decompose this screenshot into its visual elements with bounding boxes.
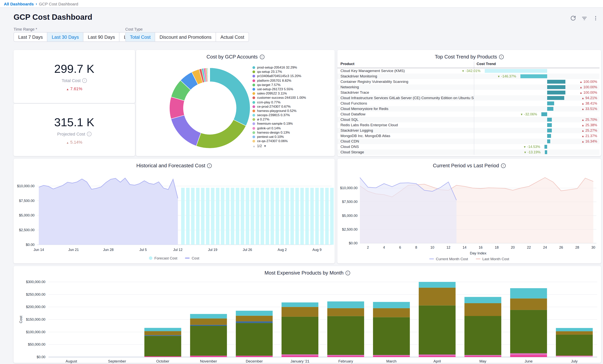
dashboard-viewport: All Dashboards › GCP Cost Dashboard GCP …	[0, 0, 603, 364]
forecast-bar	[206, 188, 209, 245]
total-cost-delta: ▲ 7.61%	[66, 86, 82, 91]
forecast-bar	[285, 188, 289, 245]
legend-item[interactable]: ce-qa-274307 0.06%	[253, 139, 332, 143]
y-axis-tick: $0.00	[26, 243, 35, 247]
trend-percent: 100.00%	[582, 85, 597, 89]
x-axis-tick: June	[525, 359, 533, 363]
product-cell: Networking	[337, 84, 474, 90]
legend-item[interactable]: qa-setup 23.17%	[253, 70, 332, 74]
y-axis-tick: $10,000.00	[17, 184, 35, 188]
x-axis-tick: Jun 28	[103, 248, 114, 252]
stacked-bar-segment-olive	[281, 317, 318, 354]
trend-bar	[485, 69, 547, 73]
legend-item[interactable]: golink-url 0.14%	[253, 126, 332, 130]
stacked-bar-segment-hot-pink	[190, 356, 227, 357]
filter-button[interactable]	[580, 14, 589, 22]
legend-prev-page-icon[interactable]: ▲	[253, 144, 255, 148]
legend-item-label: golink-url 0.14%	[257, 126, 281, 130]
legend-dot-icon	[253, 79, 255, 82]
product-cell: Cloud Key Management Service (KMS)	[337, 68, 474, 74]
legend-next-page-icon[interactable]: ▼	[264, 144, 267, 148]
legend-item[interactable]: pr10406a87045145c3 15.20%	[253, 74, 332, 78]
legend-item[interactable]: prod-setup-205416 32.29%	[253, 66, 332, 69]
table-row: Networking▲ 100.00%	[337, 84, 600, 90]
forecast-bar	[295, 188, 299, 245]
legend-item[interactable]: freemium-sample 0.19%	[253, 122, 332, 126]
table-row: Cloud Storage▼ -13.19%	[337, 149, 600, 155]
trend-label: ▼ -13.19%	[524, 149, 541, 155]
legend-item[interactable]: ce-prod-274307 0.67%	[253, 104, 332, 108]
cost-type-option-actual-cost[interactable]: Actual Cost	[216, 33, 249, 41]
time-range-option-last-30-days[interactable]: Last 30 Days	[47, 33, 83, 41]
trend-bar	[547, 107, 553, 111]
legend-item-label: ccm-play 0.77%	[257, 100, 280, 104]
info-icon[interactable]	[499, 55, 504, 59]
stacked-bar-segment-hot-pink	[144, 356, 181, 357]
info-icon[interactable]	[87, 132, 91, 136]
legend-item-label: ø 0.27%	[257, 118, 269, 121]
cost-trend-cell: ▲ 25.70%	[474, 117, 600, 122]
x-axis-tick: Jul 5	[139, 248, 147, 252]
forecast-bar	[320, 188, 324, 245]
stacked-bar-segment-light-pink	[556, 356, 593, 357]
stacked-bar-segment-hot-pink	[556, 356, 593, 356]
cost-type-option-total-cost[interactable]: Total Cost	[126, 33, 155, 41]
trend-label: ▼ -146.37%	[497, 74, 516, 79]
time-range-option-last-90-days[interactable]: Last 90 Days	[83, 33, 119, 41]
legend-item[interactable]: pentest-uat 0.10%	[253, 135, 332, 139]
projected-cost-label-text: Projected Cost	[57, 132, 85, 136]
stacked-bar-segment-orchid	[281, 354, 318, 355]
x-axis-tick: 16	[479, 245, 483, 249]
cost-type-option-discount-and-promotions[interactable]: Discount and Promotions	[155, 33, 216, 41]
arrow-down-icon: ▼	[524, 151, 527, 154]
legend-item[interactable]: Cost	[185, 256, 199, 260]
legend-item[interactable]: uat-setup-261723 5.55%	[253, 87, 332, 91]
legend-item[interactable]: sales-209522 3.11%	[253, 91, 332, 95]
trend-percent: 33.51%	[584, 107, 597, 111]
refresh-button[interactable]	[569, 14, 577, 22]
forecast-bar	[196, 188, 199, 245]
legend-item[interactable]: Current Month Cost	[429, 257, 468, 261]
legend-item[interactable]: ø 0.27%	[253, 118, 332, 121]
forecast-bar	[330, 188, 334, 245]
column-header-cost-trend[interactable]: Cost Trend	[474, 62, 600, 68]
stacked-bar-segment-cyan	[190, 314, 227, 319]
product-cell: MongoDB Inc. MongoDB Atlas	[337, 133, 474, 139]
more-options-button[interactable]	[591, 14, 600, 22]
period-chart-canvas: $0.00$2,500.00$5,000.00$7,500.00$10,000.…	[337, 159, 601, 263]
trend-table-header: Product Cost Trend	[337, 62, 600, 68]
x-axis-tick: 14	[463, 245, 466, 249]
breadcrumb-all-dashboards[interactable]: All Dashboards	[4, 1, 34, 6]
trend-bar	[520, 74, 547, 78]
legend-dot-icon	[253, 88, 255, 91]
product-cell: Container Registry Vulnerability Scannin…	[337, 79, 474, 84]
legend-item[interactable]: ccm-play 0.77%	[253, 100, 332, 104]
legend-item[interactable]: harness-playground 0.52%	[253, 109, 332, 113]
time-range-option-last-7-days[interactable]: Last 7 Days	[14, 33, 47, 41]
arrow-up-icon: ▲	[580, 91, 582, 95]
trend-label: ▲ 33.51%	[581, 106, 597, 112]
x-axis-tick: Jun 14	[34, 248, 44, 252]
y-axis-tick: $0.00	[349, 241, 358, 245]
legend-item[interactable]: secops-239815 0.37%	[253, 113, 332, 117]
legend-item[interactable]: Forecast Cost	[149, 256, 177, 260]
legend-item[interactable]: customer-success-244100 1.00%	[253, 96, 332, 100]
historical-chart-canvas: $0.00$2,500.00$5,000.00$7,500.00$10,000.…	[13, 159, 335, 263]
historical-forecast-card: Historical and Forecasted Cost $0.00$2,5…	[13, 159, 335, 263]
table-row: Stackdriver Monitoring▼ -146.37%	[337, 74, 600, 79]
legend-item[interactable]: Last Month Cost	[476, 257, 509, 261]
legend-item[interactable]: platform-205701 8.82%	[253, 78, 332, 82]
breadcrumb-chevron-icon: ›	[36, 1, 37, 6]
cost-trend-cell: ▼ -32.06%	[474, 111, 600, 117]
legend-item[interactable]: harness-design 0.13%	[253, 131, 332, 134]
column-header-product[interactable]: Product	[337, 62, 474, 68]
info-icon[interactable]	[82, 78, 87, 83]
stacked-bar-segment-olive	[510, 310, 547, 353]
arrow-up-icon: ▲	[581, 134, 584, 138]
trend-label: ▲ 25.27%	[581, 128, 597, 133]
donut-legend: prod-setup-205416 32.29%qa-setup 23.17%p…	[253, 66, 332, 148]
trend-table-body: Cloud Key Management Service (KMS)▼ -342…	[337, 68, 600, 155]
legend-item[interactable]: qa-target 7.57%	[253, 83, 332, 87]
stacked-bar-segment-orchid	[510, 353, 547, 355]
y-axis-tick: $50,000.00	[28, 342, 45, 346]
